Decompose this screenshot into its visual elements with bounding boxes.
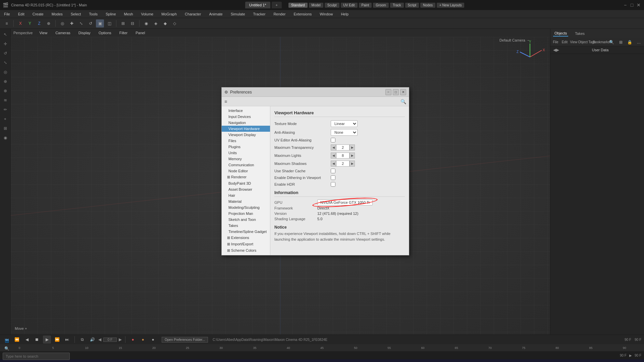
task-view-icon[interactable]: ⧉ bbox=[3, 360, 11, 362]
shadows-dec[interactable]: ◀ bbox=[331, 161, 336, 167]
maximize-btn[interactable]: □ bbox=[629, 2, 635, 8]
layout-paint[interactable]: Paint bbox=[359, 3, 372, 8]
scale-icon[interactable]: ⤡ bbox=[1, 58, 10, 67]
prefs-item-navigation[interactable]: Navigation bbox=[222, 120, 270, 126]
prefs-item-material[interactable]: Material bbox=[222, 198, 270, 204]
lights-inc[interactable]: ▶ bbox=[350, 153, 355, 159]
x-axis-btn[interactable]: X bbox=[16, 19, 24, 27]
prefs-item-bodypaint[interactable]: BodyPaint 3D bbox=[222, 180, 270, 186]
search-input[interactable] bbox=[3, 353, 70, 360]
menu-render[interactable]: Render bbox=[272, 11, 287, 17]
prefs-item-viewport-hardware[interactable]: Viewport Hardware bbox=[222, 126, 270, 132]
prefs-item-units[interactable]: Units bbox=[222, 150, 270, 156]
tool-icon6[interactable]: ⌖ bbox=[1, 115, 10, 123]
menu-create[interactable]: Create bbox=[31, 11, 45, 17]
tool-icon8[interactable]: ◉ bbox=[1, 133, 10, 142]
layout-sculpt[interactable]: Sculpt bbox=[325, 3, 339, 8]
prefs-item-viewport-display[interactable]: Viewport Display bbox=[222, 132, 270, 138]
shadows-input[interactable] bbox=[336, 161, 350, 167]
menu-select[interactable]: Select bbox=[69, 11, 83, 17]
layout-nodes[interactable]: Nodes bbox=[420, 3, 435, 8]
menu-mograph[interactable]: MoGraph bbox=[160, 11, 178, 17]
prefs-item-projection-man[interactable]: Projection Man bbox=[222, 210, 270, 217]
rp-layout[interactable]: ⊞ bbox=[617, 38, 625, 46]
transparency-dec[interactable]: ◀ bbox=[331, 144, 336, 150]
prefs-item-plugins[interactable]: Plugins bbox=[222, 144, 270, 150]
prefs-item-memory[interactable]: Memory bbox=[222, 156, 270, 162]
layout-script[interactable]: Script bbox=[405, 3, 419, 8]
rp-search[interactable]: 🔍 bbox=[608, 38, 616, 46]
menu-help[interactable]: Help bbox=[339, 11, 350, 17]
render-icon3[interactable]: ◇ bbox=[170, 19, 178, 27]
tool-icon2[interactable]: ⊕ bbox=[1, 77, 10, 86]
open-prefs-btn[interactable]: Open Preferences Folder... bbox=[162, 337, 208, 343]
menu-tools[interactable]: Tools bbox=[88, 11, 99, 17]
coord-icon[interactable]: ⊕ bbox=[45, 19, 53, 27]
prefs-item-sketch-toon[interactable]: Sketch and Toon bbox=[222, 217, 270, 223]
tl-arrow-left[interactable]: ◀ bbox=[98, 337, 101, 342]
rp-edit[interactable]: Edit bbox=[561, 38, 569, 46]
viewport-menu-display[interactable]: Display bbox=[77, 30, 92, 36]
tool-icon4[interactable]: ≋ bbox=[1, 96, 10, 105]
hdr-checkbox[interactable] bbox=[331, 182, 335, 187]
menu-simulate[interactable]: Simulate bbox=[229, 11, 247, 17]
prefs-item-files[interactable]: Files bbox=[222, 138, 270, 144]
render-all[interactable]: ◈ bbox=[152, 19, 160, 27]
snap-icon[interactable]: ⊞ bbox=[119, 19, 127, 27]
rotate-tool[interactable]: ↺ bbox=[87, 19, 95, 27]
menu-tracker[interactable]: Tracker bbox=[252, 11, 267, 17]
prefs-maximize[interactable]: □ bbox=[393, 89, 399, 95]
render-icon2[interactable]: ◆ bbox=[161, 19, 169, 27]
prefs-item-hair[interactable]: Hair bbox=[222, 192, 270, 198]
prefs-item-input-devices[interactable]: Input Devices bbox=[222, 114, 270, 120]
tab-add[interactable]: + bbox=[272, 2, 282, 8]
rp-file[interactable]: File bbox=[552, 38, 559, 46]
close-btn[interactable]: ✕ bbox=[636, 2, 641, 8]
viewport-menu-panel[interactable]: Panel bbox=[134, 30, 146, 36]
tab-objects[interactable]: Objects bbox=[553, 31, 568, 37]
layout-standard[interactable]: Standard bbox=[288, 3, 308, 8]
layout-uv-edit[interactable]: UV Edit bbox=[341, 3, 358, 8]
shader-cache-checkbox[interactable] bbox=[331, 169, 335, 173]
menu-character[interactable]: Character bbox=[183, 11, 202, 17]
prefs-item-communication[interactable]: Communication bbox=[222, 162, 270, 168]
menu-file[interactable]: File bbox=[3, 11, 11, 17]
prefs-close[interactable]: ✕ bbox=[400, 89, 406, 95]
menu-modes[interactable]: Modes bbox=[50, 11, 64, 17]
forward-btn[interactable]: ▶ bbox=[556, 48, 559, 52]
search-icon[interactable]: 🔍 bbox=[3, 345, 11, 353]
anti-aliasing-select[interactable]: None FXAA bbox=[331, 129, 358, 136]
transform-tool[interactable]: ▣ bbox=[96, 19, 104, 27]
back-btn[interactable]: ◀ bbox=[553, 48, 556, 52]
selection-tool[interactable]: ◎ bbox=[58, 19, 66, 27]
prefs-item-scheme-colors[interactable]: ⊞ Scheme Colors bbox=[222, 247, 270, 254]
layout-model[interactable]: Model bbox=[309, 3, 323, 8]
menu-edit[interactable]: Edit bbox=[17, 11, 26, 17]
menu-animate[interactable]: Animate bbox=[208, 11, 224, 17]
move-icon[interactable]: ✛ bbox=[1, 40, 10, 48]
rp-lock[interactable]: 🔒 bbox=[626, 38, 634, 46]
rp-bookmarks[interactable]: Bookmarks bbox=[597, 38, 605, 46]
anim-dot2[interactable]: ● bbox=[139, 336, 147, 344]
minimize-btn[interactable]: − bbox=[623, 2, 628, 8]
y-axis-btn[interactable]: Y bbox=[26, 19, 34, 27]
prefs-item-timeline-spline[interactable]: Timeline/Spline Gadget bbox=[222, 229, 270, 235]
tool-icon5[interactable]: ✏ bbox=[1, 105, 10, 114]
windows-icon[interactable]: ⊞ bbox=[3, 337, 11, 345]
mode-icon[interactable]: ≡ bbox=[3, 19, 11, 27]
arrow-right-frame[interactable]: ▶ bbox=[629, 354, 632, 357]
select-icon[interactable]: ↖ bbox=[1, 30, 10, 39]
tool-icon3[interactable]: ⊗ bbox=[1, 86, 10, 95]
rotate-icon[interactable]: ↺ bbox=[1, 49, 10, 58]
tab-untitled[interactable]: Untitled 1* bbox=[245, 2, 270, 8]
prefs-item-interface[interactable]: Interface bbox=[222, 108, 270, 114]
prefs-search-icon[interactable]: 🔍 bbox=[400, 99, 406, 104]
lights-input[interactable] bbox=[336, 153, 350, 159]
menu-volume[interactable]: Volume bbox=[140, 11, 155, 17]
rp-object[interactable]: Object bbox=[579, 38, 587, 46]
menu-extensions[interactable]: Extensions bbox=[292, 11, 313, 17]
anim-dot3[interactable]: ● bbox=[149, 336, 157, 344]
scale-tool[interactable]: ⤡ bbox=[77, 19, 85, 27]
shadows-inc[interactable]: ▶ bbox=[350, 161, 355, 167]
snap2-icon[interactable]: ⊟ bbox=[128, 19, 137, 27]
